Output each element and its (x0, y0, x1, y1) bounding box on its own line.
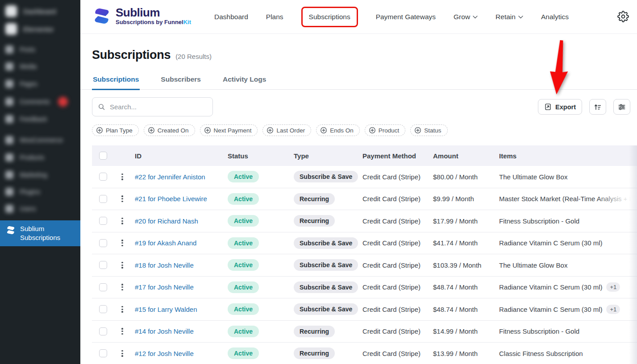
row-checkbox[interactable] (99, 327, 107, 335)
filter-chip[interactable]: Ends On (316, 124, 360, 136)
subscription-link[interactable]: #15 for Larry Walden (135, 306, 197, 313)
sort-button[interactable] (589, 99, 606, 115)
row-checkbox[interactable] (99, 349, 107, 357)
sort-icon (594, 103, 602, 111)
type-badge: Subscribe & Save (294, 171, 358, 182)
subscription-link[interactable]: #17 for Josh Neville (135, 283, 194, 291)
sidebar-menu-item-blurred[interactable]: Marketing (5, 171, 47, 179)
table-row: #20 for Richard Nash Active Recurring Cr… (92, 210, 637, 232)
topnav-item[interactable]: Retain (495, 11, 523, 23)
sidebar-menu-item-blurred[interactable]: Pages (5, 80, 37, 88)
filter-chip-label: Product (379, 127, 400, 134)
sidebar-submenu-item[interactable] (0, 279, 80, 293)
sublium-logo[interactable]: Sublium Subscriptions by FunnelKit (92, 7, 191, 25)
plus-circle-icon (204, 127, 211, 134)
settings-gear-button[interactable] (616, 10, 630, 23)
chevron-down-icon (518, 16, 523, 19)
sidebar-menu-item-blurred[interactable]: Dashboard (5, 5, 56, 17)
sidebar-menu-item-blurred[interactable]: WooCommerce (5, 136, 63, 144)
status-badge: Active (228, 303, 259, 315)
tab-subscriptions[interactable]: Subscriptions (92, 73, 140, 90)
sidebar-menu-item-blurred[interactable]: Comments (5, 97, 68, 107)
subscription-link[interactable]: #22 for Jennifer Aniston (135, 173, 205, 181)
row-checkbox[interactable] (99, 217, 107, 225)
menu-item-label: Posts (20, 46, 35, 53)
sidebar-submenu-item[interactable] (0, 335, 80, 350)
topnav-item[interactable]: Payment Gateways (376, 11, 436, 23)
row-actions-menu[interactable] (113, 240, 131, 246)
filter-chip[interactable]: Plan Type (92, 124, 139, 136)
topnav-item[interactable]: Analytics (541, 11, 569, 23)
menu-item-label: Elementor (23, 25, 54, 33)
subscription-link[interactable]: #19 for Akash Anand (135, 239, 196, 247)
sidebar-submenu-item[interactable] (0, 321, 80, 335)
item-name: Fitness Subscription - Gold (499, 327, 579, 335)
filter-settings-button[interactable] (613, 99, 630, 115)
topnav-item[interactable]: Dashboard (214, 11, 248, 23)
subscription-link[interactable]: #20 for Richard Nash (135, 217, 198, 225)
sidebar-menu-item-blurred[interactable]: Plugins (5, 188, 40, 196)
topnav-item-label: Retain (495, 13, 516, 21)
row-checkbox[interactable] (99, 195, 107, 203)
status-badge: Active (228, 171, 259, 182)
menu-item-icon (5, 98, 13, 106)
filter-chip[interactable]: Created On (144, 124, 195, 136)
sidebar-submenu-item[interactable] (0, 307, 80, 321)
sidebar-submenu-item[interactable] (0, 265, 80, 279)
subscription-link[interactable]: #14 for Josh Neville (135, 327, 194, 335)
sidebar-submenu-item[interactable] (0, 251, 80, 265)
row-checkbox[interactable] (99, 283, 107, 291)
tab-subscribers[interactable]: Subscribers (160, 73, 202, 90)
filter-chip[interactable]: Last Order (262, 124, 311, 136)
payment-method-cell: Credit Card (Stripe) (359, 350, 429, 357)
filter-chip-label: Ends On (330, 127, 354, 134)
row-checkbox[interactable] (99, 305, 107, 313)
results-count: (20 Results) (175, 53, 212, 60)
sidebar-item-sublium-subscriptions[interactable]: Sublium Subscriptions (0, 220, 80, 246)
row-actions-menu[interactable] (113, 262, 131, 269)
filter-chip[interactable]: Status (410, 124, 447, 136)
filter-chip-label: Last Order (276, 127, 305, 134)
select-all-checkbox[interactable] (99, 152, 107, 160)
row-actions-menu[interactable] (113, 218, 131, 224)
sidebar-menu-item-blurred[interactable]: Elementor (5, 23, 54, 35)
sidebar-menu-item-blurred[interactable]: Products (5, 153, 44, 161)
row-checkbox[interactable] (99, 239, 107, 247)
topnav-item[interactable]: Grow (454, 11, 478, 23)
row-actions-menu[interactable] (113, 350, 131, 357)
topnav-item[interactable]: Subscriptions (301, 7, 358, 27)
export-button[interactable]: Export (538, 99, 582, 115)
row-actions-menu[interactable] (113, 328, 131, 335)
plus-circle-icon (369, 127, 376, 134)
topnav-item[interactable]: Plans (266, 11, 283, 23)
sidebar-menu-item-blurred[interactable]: Media (5, 62, 37, 70)
search-input[interactable] (110, 103, 199, 111)
row-actions-menu[interactable] (113, 195, 131, 202)
topnav-item-label: Grow (454, 13, 470, 21)
menu-item-label: Products (20, 154, 44, 161)
subscription-link[interactable]: #21 for Phoebe Livewire (135, 195, 207, 203)
row-actions-menu[interactable] (113, 306, 131, 313)
row-actions-menu[interactable] (113, 284, 131, 290)
row-checkbox[interactable] (99, 173, 107, 181)
sidebar-menu-item-blurred[interactable]: Users (5, 205, 36, 213)
sidebar-submenu-item[interactable] (0, 293, 80, 307)
filter-chip-label: Created On (158, 127, 189, 134)
subscription-link[interactable]: #12 for Josh Neville (135, 350, 194, 357)
status-badge: Active (228, 193, 259, 205)
tab-activity-logs[interactable]: Activity Logs (222, 73, 267, 90)
wp-admin-sidebar: Dashboard Elementor Posts Media Pages Co… (0, 0, 80, 364)
search-box (92, 97, 213, 116)
table-row: #17 for Josh Neville Active Subscribe & … (92, 277, 637, 299)
row-checkbox[interactable] (99, 261, 107, 269)
filter-chip-label: Next Payment (214, 127, 252, 134)
table-row: #15 for Larry Walden Active Subscribe & … (92, 298, 637, 321)
sidebar-menu-item-blurred[interactable]: Posts (5, 46, 35, 54)
filter-chip[interactable]: Product (365, 124, 406, 136)
filter-chip[interactable]: Next Payment (200, 124, 258, 136)
row-actions-menu[interactable] (113, 174, 131, 180)
sidebar-menu-item-blurred[interactable]: Feedback (5, 115, 47, 123)
column-header-items: Items (495, 152, 637, 160)
subscription-link[interactable]: #18 for Josh Neville (135, 261, 194, 269)
sidebar-submenu-item[interactable] (0, 349, 80, 364)
